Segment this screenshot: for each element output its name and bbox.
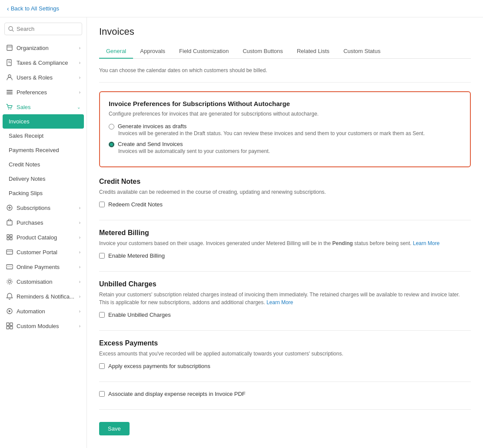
sidebar-item-payments-received[interactable]: Payments Received [0,143,87,157]
search-input[interactable] [17,26,78,32]
radio-draft-desc: Invoices will be generated in the Draft … [118,130,461,136]
sidebar-item-preferences[interactable]: Preferences › [0,85,87,100]
svg-rect-27 [10,323,13,325]
radio-send[interactable] [109,142,114,147]
sidebar-item-label: Preferences [17,89,47,96]
expense-receipts-label[interactable]: Associate and display expense receipts i… [108,391,246,397]
svg-rect-10 [7,93,13,94]
redeem-credit-notes-checkbox[interactable] [99,202,105,207]
back-link[interactable]: ‹ Back to All Settings [7,5,59,12]
svg-rect-18 [10,238,12,240]
expense-receipts-checkbox[interactable] [99,391,105,397]
section-divider-2 [99,220,471,220]
credit-notes-title: Credit Notes [99,178,471,186]
sidebar-item-delivery-notes[interactable]: Delivery Notes [0,172,87,186]
svg-rect-17 [7,238,9,240]
unbilled-charges-section: Unbilled Charges Retain your customers' … [99,280,471,318]
radio-option-send: Create and Send Invoices Invoices will b… [109,141,461,154]
user-icon [6,74,13,81]
sidebar-item-label: Online Payments [17,264,60,270]
sidebar-item-purchases[interactable]: Purchases › [0,215,87,230]
radio-draft-title: Generate invoices as drafts [118,123,187,129]
sidebar-item-organization[interactable]: Organization › [0,40,87,55]
redeem-credit-notes-label[interactable]: Redeem Credit Notes [108,201,163,208]
content-header: Invoices General Approvals Field Customi… [87,17,483,59]
section-divider-4 [99,330,471,331]
apply-excess-payments-label[interactable]: Apply excess payments for subscriptions [108,363,210,369]
sidebar-item-customer-portal[interactable]: Customer Portal › [0,245,87,259]
auto-icon [6,308,13,315]
sidebar-subitem-label: Payments Received [9,147,59,153]
sidebar-item-sales-receipt[interactable]: Sales Receipt [0,129,87,143]
enable-unbilled-charges-label[interactable]: Enable Unbilled Charges [108,312,171,318]
enable-metered-billing-label[interactable]: Enable Metered Billing [108,252,165,259]
sidebar-item-label: Customer Portal [17,249,57,256]
chevron-icon: › [79,206,80,210]
tabs: General Approvals Field Customization Cu… [99,44,471,59]
sidebar-item-product-catalog[interactable]: Product Catalog › [0,230,87,245]
svg-rect-16 [10,235,12,237]
sidebar-item-online-payments[interactable]: Online Payments › [0,259,87,274]
radio-label-send[interactable]: Create and Send Invoices [109,141,461,147]
sidebar-item-automation[interactable]: Automation › [0,304,87,319]
svg-rect-9 [7,92,13,93]
sidebar-item-reminders[interactable]: Reminders & Notifica... › [0,289,87,304]
metered-billing-pending: Pending [332,240,353,246]
content-body: You can choose the calendar dates on whi… [87,59,483,444]
section-divider-3 [99,271,471,272]
enable-metered-billing-row: Enable Metered Billing [99,252,471,259]
metered-billing-desc: Invoice your customers based on their us… [99,239,471,247]
radio-label-draft[interactable]: Generate invoices as drafts [109,123,461,129]
enable-metered-billing-checkbox[interactable] [99,253,105,259]
redeem-credit-notes-row: Redeem Credit Notes [99,201,471,208]
enable-unbilled-charges-row: Enable Unbilled Charges [99,312,471,318]
save-button[interactable]: Save [99,422,130,435]
unbilled-charges-learn-more[interactable]: Learn More [266,299,293,305]
page-title: Invoices [99,26,471,37]
pay-icon [6,263,13,270]
subscription-box-title: Invoice Preferences for Subscriptions Wi… [109,100,461,107]
sidebar: Organization › Taxes & Compliance › [0,17,87,448]
svg-point-12 [10,109,11,110]
sidebar-item-taxes[interactable]: Taxes & Compliance › [0,55,87,70]
tab-custom-status[interactable]: Custom Status [336,44,387,59]
sidebar-item-customisation[interactable]: Customisation › [0,274,87,289]
sidebar-item-users[interactable]: Users & Roles › [0,70,87,85]
search-box[interactable] [4,23,82,35]
bell-icon [6,293,13,300]
subscription-box: Invoice Preferences for Subscriptions Wi… [99,91,471,167]
module-icon [6,322,13,329]
org-icon [6,44,13,51]
sidebar-item-credit-notes[interactable]: Credit Notes [0,157,87,172]
chevron-icon: › [79,90,80,95]
sub-icon [6,204,13,211]
enable-unbilled-charges-checkbox[interactable] [99,312,105,318]
tab-custom-buttons[interactable]: Custom Buttons [236,44,290,59]
chevron-down-icon: ⌄ [77,105,80,110]
pref-icon [6,89,13,96]
sidebar-subitem-label: Credit Notes [9,161,40,168]
sidebar-item-invoices[interactable]: Invoices [3,114,84,129]
svg-rect-28 [7,326,9,329]
svg-rect-14 [7,221,12,225]
tab-approvals[interactable]: Approvals [133,44,172,59]
tab-general[interactable]: General [99,44,133,59]
tab-field-customization[interactable]: Field Customization [172,44,236,59]
sidebar-item-sales[interactable]: Sales ⌄ [0,100,87,114]
credit-notes-desc: Credits available can be redeemed in the… [99,188,471,196]
radio-send-title: Create and Send Invoices [118,141,183,147]
tab-related-lists[interactable]: Related Lists [290,44,336,59]
radio-draft[interactable] [109,124,114,129]
sales-label: Sales [17,104,31,110]
sidebar-item-packing-slips[interactable]: Packing Slips [0,186,87,200]
sidebar-item-subscriptions[interactable]: Subscriptions › [0,200,87,215]
apply-excess-payments-checkbox[interactable] [99,363,105,369]
sidebar-item-label: Reminders & Notifica... [17,293,74,300]
tax-icon [6,59,13,66]
sidebar-item-label: Automation [17,308,45,315]
subscription-box-desc: Configure preferences for invoices that … [109,111,461,117]
sidebar-item-custom-modules[interactable]: Custom Modules › [0,319,87,333]
chevron-icon: › [79,46,80,50]
metered-billing-title: Metered Billing [99,229,471,237]
metered-billing-learn-more[interactable]: Learn More [413,240,440,246]
